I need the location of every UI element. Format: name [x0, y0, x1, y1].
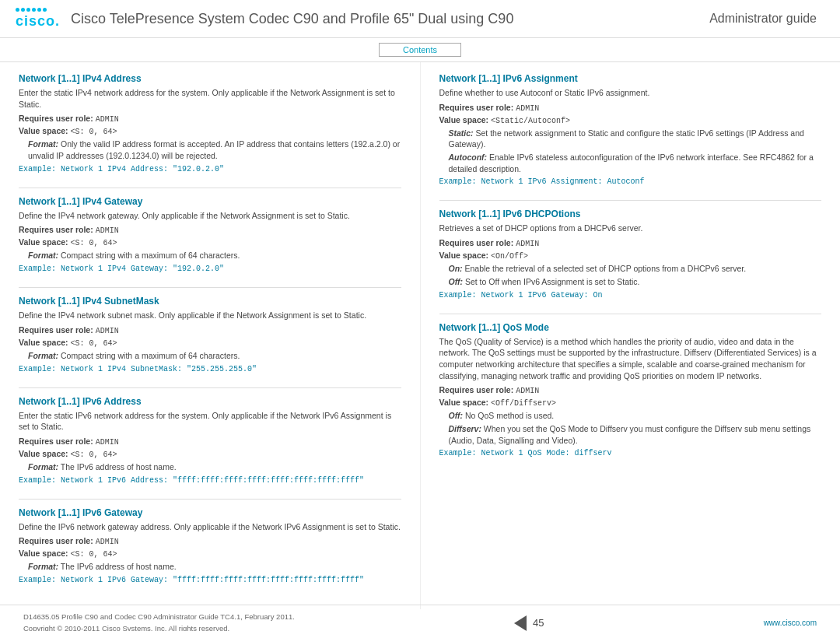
requires-label-r3: Requires user role: — [439, 385, 516, 394]
option-static-bold: Static: — [449, 128, 474, 138]
requires-label-3: Requires user role: — [19, 325, 96, 335]
ipv4-gateway-title: Network [1..1] IPv4 Gateway — [19, 196, 401, 207]
ipv6-dhcp-option-on: On: Enable the retrieval of a selected s… — [449, 263, 822, 275]
requires-value-2: ADMIN — [96, 226, 119, 235]
section-ipv4-address: Network [1..1] IPv4 Address Enter the st… — [19, 73, 401, 174]
footer-left: D14635.05 Profile C90 and Codec C90 Admi… — [23, 612, 295, 631]
ipv6-dhcp-requires: Requires user role: ADMIN — [439, 238, 822, 248]
qos-mode-value-space: Value space: <Off/Diffserv> — [439, 398, 822, 408]
option-autoconf-bold: Autoconf: — [449, 152, 488, 162]
divider-r1 — [439, 200, 822, 201]
cisco-dot-1 — [16, 8, 19, 12]
cisco-dot-5 — [37, 8, 41, 12]
header-left: cisco. Cisco TelePresence System Codec C… — [16, 8, 513, 30]
ipv6-dhcp-value-space: Value space: <On/Off> — [439, 251, 822, 261]
ipv4-address-requires: Requires user role: ADMIN — [19, 114, 401, 124]
ipv4-subnetmask-title: Network [1..1] IPv4 SubnetMask — [19, 296, 401, 307]
divider-3 — [19, 387, 401, 388]
ipv6-gateway-title: Network [1..1] IPv6 Gateway — [19, 507, 401, 518]
qos-mode-requires: Requires user role: ADMIN — [439, 385, 822, 395]
format-bold: Format: — [28, 139, 58, 149]
requires-label-r2: Requires user role: — [439, 238, 516, 247]
page-title: Cisco TelePresence System Codec C90 and … — [71, 11, 513, 27]
page-footer: D14635.05 Profile C90 and Codec C90 Admi… — [0, 605, 840, 631]
ipv4-address-desc: Enter the static IPv4 network address fo… — [19, 87, 401, 110]
requires-value-r2: ADMIN — [516, 240, 539, 248]
ipv6-assignment-title: Network [1..1] IPv6 Assignment — [439, 73, 822, 84]
ipv4-subnetmask-example: Example: Network 1 IPv4 SubnetMask: "255… — [19, 365, 401, 373]
value-space-value-5: <S: 0, 64> — [71, 550, 117, 559]
cisco-dot-2 — [21, 8, 25, 12]
value-space-label-3: Value space: — [19, 338, 71, 347]
ipv4-address-format: Format: Only the valid IP address format… — [28, 138, 401, 161]
ipv4-address-title: Network [1..1] IPv4 Address — [19, 73, 401, 84]
cisco-dot-4 — [32, 8, 36, 12]
cisco-dot-3 — [26, 8, 30, 12]
requires-value-5: ADMIN — [96, 538, 119, 546]
value-space-value-r2: <On/Off> — [491, 252, 528, 261]
ipv6-assignment-option-static: Static: Set the network assignment to St… — [449, 128, 822, 150]
section-qos-mode: Network [1..1] QoS Mode The QoS (Quality… — [439, 322, 822, 458]
ipv6-dhcp-example: Example: Network 1 IPv6 Gateway: On — [439, 291, 822, 300]
ipv4-subnetmask-format: Format: Compact string with a maximum of… — [28, 350, 401, 362]
cisco-dot-6 — [43, 8, 47, 12]
ipv4-subnetmask-requires: Requires user role: ADMIN — [19, 325, 401, 335]
value-space-value-4: <S: 0, 64> — [71, 450, 117, 459]
requires-value: ADMIN — [96, 115, 119, 124]
ipv4-gateway-desc: Define the IPv4 network gateway. Only ap… — [19, 210, 401, 222]
ipv6-assignment-desc: Define whether to use Autoconf or Static… — [439, 87, 822, 99]
divider-4 — [19, 499, 401, 500]
ipv4-gateway-value-space: Value space: <S: 0, 64> — [19, 237, 401, 247]
section-ipv6-address: Network [1..1] IPv6 Address Enter the st… — [19, 396, 401, 485]
ipv6-gateway-example: Example: Network 1 IPv6 Gateway: "ffff:f… — [19, 576, 401, 584]
footer-website: www.cisco.com — [764, 619, 817, 627]
ipv6-dhcp-desc: Retrieves a set of DHCP options from a D… — [439, 223, 822, 234]
ipv6-address-desc: Enter the static IPv6 network address fo… — [19, 410, 401, 433]
format-bold-4: Format: — [28, 462, 58, 471]
qos-mode-option-diffserv: Diffserv: When you set the QoS Mode to D… — [449, 423, 822, 446]
value-space-value-3: <S: 0, 64> — [71, 339, 117, 348]
requires-label-r1: Requires user role: — [439, 103, 516, 112]
option-diffserv-bold: Diffserv: — [449, 424, 481, 433]
contents-label[interactable]: Contents — [379, 43, 461, 57]
requires-label-2: Requires user role: — [19, 225, 96, 234]
value-space-label-r3: Value space: — [439, 398, 492, 407]
value-space-value-r1: <Static/Autoconf> — [491, 117, 570, 125]
requires-value-4: ADMIN — [96, 438, 119, 447]
ipv6-assignment-example: Example: Network 1 IPv6 Assignment: Auto… — [439, 177, 822, 186]
requires-label: Requires user role: — [19, 114, 96, 123]
ipv6-dhcp-title: Network [1..1] IPv6 DHCPOtions — [439, 209, 822, 219]
cisco-dots — [16, 8, 60, 12]
ipv4-address-value-space: Value space: <S: 0, 64> — [19, 126, 401, 136]
divider-2 — [19, 287, 401, 288]
value-space-label-5: Value space: — [19, 549, 71, 558]
requires-value-r1: ADMIN — [516, 104, 539, 113]
value-space-value: <S: 0, 64> — [71, 128, 117, 136]
ipv4-gateway-example: Example: Network 1 IPv4 Gateway: "192.0.… — [19, 265, 401, 273]
option-off-bold: Off: — [449, 277, 463, 286]
section-ipv6-dhcp: Network [1..1] IPv6 DHCPOtions Retrieves… — [439, 209, 822, 299]
requires-label-4: Requires user role: — [19, 436, 96, 446]
ipv6-address-example: Example: Network 1 IPv6 Address: "ffff:f… — [19, 476, 401, 485]
ipv6-assignment-value-space: Value space: <Static/Autoconf> — [439, 115, 822, 125]
ipv4-subnetmask-value-space: Value space: <S: 0, 64> — [19, 338, 401, 348]
value-space-label-r1: Value space: — [439, 115, 492, 124]
format-bold-5: Format: — [28, 562, 58, 571]
ipv6-gateway-value-space: Value space: <S: 0, 64> — [19, 549, 401, 559]
section-ipv4-subnetmask: Network [1..1] IPv4 SubnetMask Define th… — [19, 296, 401, 373]
ipv6-assignment-option-autoconf: Autoconf: Enable IPv6 stateless autoconf… — [449, 152, 822, 174]
right-column: Network [1..1] IPv6 Assignment Define wh… — [421, 62, 841, 609]
option-off2-bold: Off: — [449, 411, 463, 420]
section-ipv6-gateway: Network [1..1] IPv6 Gateway Define the I… — [19, 507, 401, 584]
value-space-label: Value space: — [19, 126, 71, 135]
ipv4-gateway-requires: Requires user role: ADMIN — [19, 225, 401, 235]
contents-bar: Contents — [0, 38, 840, 62]
qos-mode-desc: The QoS (Quality of Service) is a method… — [439, 336, 822, 382]
ipv6-gateway-desc: Define the IPv6 network gateway address.… — [19, 521, 401, 533]
ipv6-assignment-requires: Requires user role: ADMIN — [439, 103, 822, 113]
divider-1 — [19, 188, 401, 188]
qos-mode-title: Network [1..1] QoS Mode — [439, 322, 822, 333]
ipv6-gateway-requires: Requires user role: ADMIN — [19, 536, 401, 546]
header-subtitle: Administrator guide — [709, 12, 817, 26]
value-space-label-2: Value space: — [19, 237, 71, 247]
